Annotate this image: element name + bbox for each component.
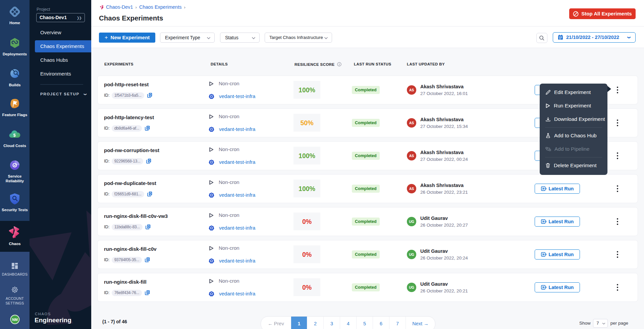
svg-text:NM: NM — [12, 318, 18, 322]
svg-text:$: $ — [13, 133, 16, 138]
